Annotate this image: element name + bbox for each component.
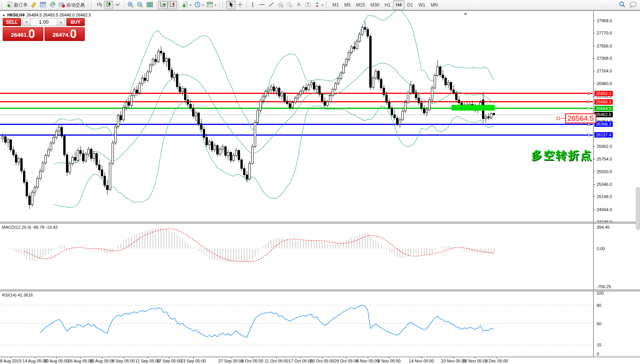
autotrading-label: 自动交易 [66,2,85,8]
axis-tick-label: 24944.0 [597,207,612,212]
metaeditor-icon [31,2,37,9]
volume-decrease-button[interactable]: ▾ [23,18,31,26]
chat-icon[interactable] [629,1,637,9]
zoom-out-button[interactable] [135,1,145,9]
price-level-annotation[interactable]: 26564.5 [557,113,596,123]
buy-button[interactable]: BUY [66,18,85,26]
time-axis-label: 27 Sep 05:00 [218,359,243,363]
axis-tick-label: 25754.0 [597,157,612,161]
channel-tool-button[interactable]: E [276,1,285,9]
axis-tick-label: 27566.0 [597,44,612,48]
crosshair-tool-button[interactable] [235,1,245,9]
axis-tick-label: 15 [597,343,601,347]
turning-point-annotation[interactable]: 多空转折点 [531,148,592,163]
time-axis-label: 4 Oct 05:00 [242,359,263,363]
dropdown-caret-icon: ▾ [215,3,216,7]
axis-tick-label: 27164.0 [597,69,612,73]
main-chart-canvas[interactable] [0,11,593,222]
pane-separator[interactable] [0,290,640,291]
bar-chart-icon [96,2,102,9]
dropdown-caret-icon: ▾ [322,3,323,7]
cursor-icon [228,2,234,9]
chart-symbol-timeframe: HK50,H4 [7,13,25,17]
time-axis[interactable]: 8 Aug 201914 Aug 05:0020 Aug 05:0026 Aug… [0,357,640,364]
timeframe-button-m1[interactable]: M1 [330,0,342,10]
time-axis-label: 2 Dec 05:00 [485,359,508,363]
time-axis-label: 23 Oct 05:00 [310,359,334,363]
signals-icon [49,2,56,9]
search-icon[interactable] [619,1,625,9]
trendline-tool-button[interactable] [267,1,276,9]
autotrading-button[interactable]: 自动交易 [57,1,86,9]
axis-tick-label: 80 [597,303,601,308]
line-chart-button[interactable] [113,1,122,9]
price-line-label: 26564.5 [594,106,613,111]
templates-button[interactable]: ▾ [205,1,218,9]
dropdown-caret-icon: ▾ [190,3,191,7]
periods-button[interactable]: ▾ [193,1,205,9]
timeframe-button-d1[interactable]: D1 [405,0,416,10]
buy-price-button[interactable]: 26474. 0 [44,27,85,41]
fibonacci-tool-button[interactable]: F [285,1,294,9]
timeframe-button-m5[interactable]: M5 [342,0,354,10]
zoom-out-icon [137,2,143,9]
volume-increase-button[interactable]: ▴ [57,18,65,26]
price-axis[interactable]: 27968.027770.027566.027368.027164.026960… [593,11,640,357]
svg-text:E: E [281,5,283,8]
volume-stepper: ▾ 1.00 ▴ [22,18,65,26]
chart-shift-marker-icon[interactable] [464,12,467,15]
timeframe-button-h4[interactable]: H4 [393,0,404,10]
new-order-label: 新订单 [14,2,28,8]
toolbar-grip[interactable] [222,2,225,8]
timeframe-button-w1[interactable]: W1 [416,0,428,10]
timeframe-button-m30[interactable]: M30 [368,0,382,10]
price-line-label: 26668.3 [594,99,613,105]
timeframe-button-h1[interactable]: H1 [382,0,393,10]
line-anchor-marker[interactable] [557,117,560,120]
bar-chart-button[interactable] [95,1,104,9]
vertical-scrollbar-thumb[interactable] [636,187,640,230]
auto-scroll-button[interactable] [158,1,168,9]
text-icon: A [296,2,301,9]
toolbar-grip[interactable] [91,2,94,8]
new-order-button[interactable]: 新订单 [5,1,29,9]
auto-scroll-icon [160,2,166,9]
text-tool-button[interactable]: A [294,1,303,9]
axis-tick-label: 25346.0 [597,182,612,187]
vertical-line-tool-button[interactable] [248,1,257,9]
new-chart-button[interactable] [38,1,48,9]
rsi-indicator-canvas[interactable] [0,292,593,357]
time-axis-label: 30 Aug 05:00 [90,359,115,363]
zoom-in-button[interactable] [126,1,135,9]
toolbar: 新订单 自动交易 [0,0,640,10]
horizontal-line-tool-button[interactable] [257,1,267,9]
text-label-tool-button[interactable]: T [303,1,313,9]
indicators-button[interactable]: ▾ [181,1,193,9]
pane-separator[interactable] [0,222,640,223]
toolbar-grip[interactable] [326,2,329,8]
timeframe-button-mn[interactable]: MN [428,0,441,10]
line-chart-icon [115,2,121,9]
buy-price-small: 26474. [53,30,70,40]
collapse-panel-icon[interactable]: ▲ [2,13,5,17]
sell-price-small: 26461. [11,30,28,40]
timeframe-button-m15[interactable]: M15 [353,0,367,10]
crosshair-icon [237,2,243,9]
signals-button[interactable] [48,1,57,9]
tile-windows-button[interactable] [145,1,155,9]
axis-tick-mark [594,58,595,59]
candlestick-chart-button[interactable] [104,1,113,9]
mt4-application: 新订单 自动交易 [0,0,640,364]
cursor-tool-button[interactable] [226,1,235,9]
metaeditor-button[interactable] [29,1,38,9]
sell-button[interactable]: SELL [3,18,21,26]
sell-price-button[interactable]: 26461. 0 [3,27,43,41]
toolbar-grip[interactable] [1,2,4,8]
axis-tick-mark [594,46,595,46]
macd-indicator-canvas[interactable] [0,224,593,290]
arrows-tool-button[interactable]: ▾ [313,1,325,9]
chart-ohlc-values: 26484.5 26493.5 26440.0 26462.5 [26,13,91,17]
axis-tick-label: 0.00 [597,246,605,251]
chart-shift-button[interactable] [168,1,177,9]
volume-value[interactable]: 1.00 [31,18,57,26]
